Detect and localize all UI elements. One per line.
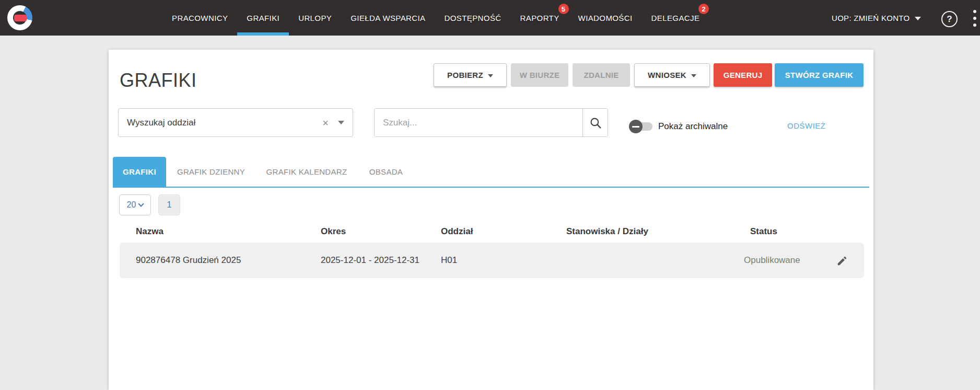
- nav-label: RAPORTY: [520, 14, 559, 22]
- search-icon: [589, 116, 602, 130]
- nav-label: DELEGACJE: [651, 14, 700, 22]
- row-cell-nazwa: 902876478 Grudzień 2025: [136, 243, 241, 278]
- page-button-1[interactable]: 1: [158, 194, 180, 215]
- toggle-knob-minus-icon: [629, 120, 643, 133]
- kebab-menu-icon[interactable]: [971, 10, 979, 27]
- show-archived-toggle[interactable]: [629, 120, 653, 133]
- row-cell-okres: 2025-12-01 - 2025-12-31: [321, 243, 419, 278]
- remote-button: ZDALNIE: [573, 63, 630, 87]
- chevron-down-icon: [138, 201, 144, 207]
- nav-item-urlopy[interactable]: URLOPY: [289, 0, 341, 36]
- page-size-select[interactable]: 20: [119, 194, 151, 215]
- generate-button-label: GENERUJ: [724, 71, 763, 79]
- tab-underline: [113, 187, 869, 188]
- nav-item-pracownicy[interactable]: PRACOWNICY: [162, 0, 237, 36]
- branch-select-value: Wyszukaj oddział: [127, 118, 322, 128]
- show-archived-label: Pokaż archiwalne: [658, 121, 728, 132]
- nav-label: GRAFIKI: [247, 14, 279, 22]
- chevron-down-icon: [691, 74, 696, 77]
- nav-label: PRACOWNICY: [172, 14, 228, 22]
- help-icon[interactable]: ?: [941, 11, 958, 27]
- content-card: GRAFIKI POBIERZ W BIURZE ZDALNIE WNIOSEK…: [109, 50, 873, 390]
- brand-logo[interactable]: [7, 5, 32, 30]
- account-switch-menu[interactable]: UOP: ZMIEŃ KONTO: [832, 0, 921, 36]
- nav-item-dostepnosc[interactable]: DOSTĘPNOŚĆ: [435, 0, 511, 36]
- chevron-down-icon: [488, 74, 493, 77]
- nav-item-delegacje[interactable]: DELEGACJE 2: [642, 0, 709, 36]
- row-cell-oddzial: H01: [441, 243, 457, 278]
- pencil-icon: [836, 255, 848, 267]
- nav-item-wiadomosci[interactable]: WIADOMOŚCI: [569, 0, 642, 36]
- request-button[interactable]: WNIOSEK: [634, 63, 710, 87]
- search-box: [374, 108, 608, 137]
- refresh-link[interactable]: ODŚWIEŻ: [787, 121, 826, 130]
- branch-select[interactable]: Wyszukaj oddział ×: [118, 108, 353, 137]
- tab-grafiki[interactable]: GRAFIKI: [113, 157, 166, 187]
- nav-label: URLOPY: [298, 14, 332, 22]
- chevron-down-icon: [915, 17, 921, 20]
- tab-grafik-dzienny[interactable]: GRAFIK DZIENNY: [172, 157, 250, 187]
- create-schedule-button[interactable]: STWÓRZ GRAFIK: [775, 63, 864, 87]
- remote-button-label: ZDALNIE: [584, 71, 619, 79]
- download-button[interactable]: POBIERZ: [434, 63, 507, 87]
- page-title: GRAFIKI: [120, 70, 197, 91]
- account-label: UOP: ZMIEŃ KONTO: [832, 14, 910, 22]
- page-size-value: 20: [127, 200, 136, 210]
- search-input[interactable]: [375, 109, 582, 136]
- create-schedule-button-label: STWÓRZ GRAFIK: [785, 71, 854, 79]
- notification-badge: 5: [558, 4, 569, 14]
- tab-grafik-kalendarz[interactable]: GRAFIK KALENDARZ: [262, 157, 351, 187]
- main-nav: PRACOWNICY GRAFIKI URLOPY GIEŁDA WSPARCI…: [162, 0, 709, 36]
- app-screen: PRACOWNICY GRAFIKI URLOPY GIEŁDA WSPARCI…: [0, 0, 980, 390]
- column-header-stanowiska: Stanowiska / Działy: [566, 226, 648, 237]
- edit-row-button[interactable]: [835, 254, 849, 268]
- in-office-button-label: W BIURZE: [520, 71, 560, 79]
- in-office-button: W BIURZE: [511, 63, 568, 87]
- generate-button[interactable]: GENERUJ: [714, 63, 772, 87]
- column-header-nazwa: Nazwa: [136, 226, 164, 237]
- request-button-label: WNIOSEK: [648, 71, 686, 79]
- column-header-okres: Okres: [321, 226, 346, 237]
- notification-badge: 2: [698, 4, 709, 14]
- nav-label: WIADOMOŚCI: [578, 14, 633, 22]
- logo-bar-icon: [14, 15, 27, 21]
- tab-obsada[interactable]: OBSADA: [364, 157, 409, 187]
- nav-item-gielda-wsparcia[interactable]: GIEŁDA WSPARCIA: [341, 0, 435, 36]
- table-row[interactable]: 902876478 Grudzień 2025 2025-12-01 - 202…: [120, 243, 864, 278]
- column-header-status: Status: [750, 226, 777, 237]
- column-header-oddzial: Oddział: [441, 226, 473, 237]
- nav-label: GIEŁDA WSPARCIA: [351, 14, 425, 22]
- nav-item-raporty[interactable]: RAPORTY 5: [511, 0, 569, 36]
- clear-icon[interactable]: ×: [322, 118, 329, 128]
- nav-item-grafiki[interactable]: GRAFIKI: [237, 0, 289, 36]
- top-navbar: PRACOWNICY GRAFIKI URLOPY GIEŁDA WSPARCI…: [0, 0, 980, 36]
- nav-label: DOSTĘPNOŚĆ: [445, 14, 501, 22]
- search-button[interactable]: [582, 109, 608, 136]
- chevron-down-icon: [338, 121, 344, 124]
- download-button-label: POBIERZ: [447, 71, 483, 79]
- row-status-badge: Opublikowane: [744, 243, 800, 278]
